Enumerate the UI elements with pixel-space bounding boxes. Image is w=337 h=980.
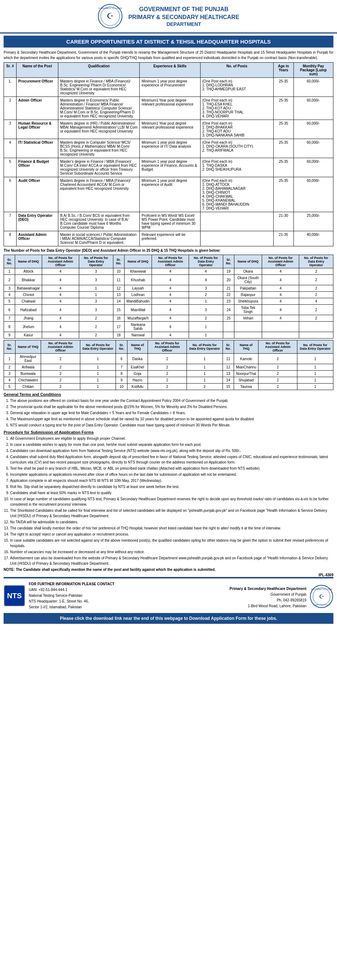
- intro-paragraph: Primary & Secondary Healthcare Departmen…: [3, 50, 334, 60]
- procedure-item-17: Advertisement can also be downloaded fro…: [10, 555, 334, 566]
- svg-text:☪: ☪: [319, 593, 324, 600]
- dhq-cell-7-8: [223, 321, 234, 332]
- dhq-cell-8-7: 1: [189, 332, 223, 339]
- age-cell: 25-35: [273, 139, 293, 158]
- sr-cell: 4: [4, 139, 17, 158]
- dhq-cell-7-2: 4: [42, 321, 79, 332]
- post-name-cell: Human Resource & Legal Officer: [16, 120, 58, 139]
- dhq-col-1-0: Sr. No.: [113, 255, 124, 268]
- footer-org: Primary & Secondary Healthcare Departmen…: [230, 586, 307, 592]
- dhq-cell-4-5: MandiBahudin: [124, 298, 152, 305]
- dhq-cell-0-3: 3: [79, 268, 113, 275]
- thq-cell-0-1: Ahmedpur East: [15, 354, 41, 364]
- procedure-item-2: In case a candidate wishes to apply for …: [10, 442, 334, 447]
- dhq-cell-7-10: [262, 321, 299, 332]
- col-posts: No. of Posts: [200, 63, 273, 78]
- thq-data-row: 4Chichawatni219Hazro2114Shujabad21: [4, 377, 334, 383]
- dhq-data-row: 1Attock4310Khanewal4419Okara42: [4, 268, 334, 275]
- dhq-cell-4-8: 23: [223, 298, 234, 305]
- dhq-cell-6-9: Vehari: [234, 315, 262, 321]
- dhq-cell-2-11: 2: [299, 285, 334, 292]
- thq-header-row: Sr. No.Name of THQNo. of Posts for Assis…: [4, 340, 334, 354]
- dhq-cell-5-10: 4: [262, 305, 299, 315]
- pay-cell: 60,000/-: [293, 120, 333, 139]
- dhq-col-2-1: Name of DHQ: [234, 255, 262, 268]
- procedure-item-6: Incomplete applications or applications …: [10, 472, 334, 477]
- table-row: 8 Assistant Admin Officer Master in soci…: [4, 231, 334, 247]
- dhq-cell-0-6: 4: [152, 268, 189, 275]
- thq-cell-4-2: 2: [41, 383, 80, 390]
- thq-col-2-0: Sr. No.: [223, 340, 234, 354]
- career-title: CAREER OPPORTUNITIES AT DISTRICT & TEHSI…: [6, 38, 331, 45]
- thq-cell-1-2: 2: [41, 364, 80, 371]
- thq-data-row: 1Ahmedpur East216Daska2111Kamoki21: [4, 354, 334, 364]
- thq-cell-4-7: 2: [186, 383, 223, 390]
- contact-org: National Testing Service-Pakistan: [29, 593, 114, 598]
- dhq-cell-6-2: 4: [42, 315, 79, 321]
- age-cell: 25-35: [273, 78, 293, 97]
- posts-cell: [200, 231, 273, 247]
- sr-cell: 3: [4, 120, 17, 139]
- dhq-col-1-2: No. of Posts for Assistant Admin Officer: [152, 255, 189, 268]
- table-row: 3 Human Resource & Legal Officer Masters…: [4, 120, 334, 139]
- dhq-cell-4-9: Sheikhupura: [234, 298, 262, 305]
- table-row: 2 Admin Officer Masters degree in Econom…: [4, 97, 334, 120]
- header-titles: GOVERNMENT OF THE PUNJAB PRIMARY & SECON…: [128, 5, 239, 27]
- dhq-cell-7-1: Jhelum: [15, 321, 42, 332]
- table-row: 5 Finance & Budget Officer Master's degr…: [4, 158, 334, 177]
- thq-cell-3-4: 9: [116, 377, 127, 383]
- dhq-cell-2-7: 3: [189, 285, 223, 292]
- svg-text:GOVERNMENT OF PUNJAB: GOVERNMENT OF PUNJAB: [99, 7, 122, 10]
- footer-right: Primary & Secondary Healthcare Departmen…: [230, 585, 334, 610]
- dhq-cell-3-6: 4: [152, 292, 189, 298]
- dhq-cell-2-3: 1: [79, 285, 113, 292]
- table-row: 6 Audit Officer Masters degree in Financ…: [4, 177, 334, 212]
- dhq-data-row: 6Hafizabad4315MianWali4324Toba Tek Singh…: [4, 305, 334, 315]
- posts-cell: (One Post each in) 1. DHQ-OKARA (SOUTH C…: [200, 139, 273, 158]
- dhq-header-row: Sr. No.Name of DHQNo. of Posts for Assis…: [4, 255, 334, 268]
- page-header: ☪ GOVERNMENT OF PUNJAB GOVERNMENT OF THE…: [0, 0, 337, 33]
- post-name-cell: Assistant Admin Officer: [16, 231, 58, 247]
- thq-cell-1-6: 2: [148, 364, 186, 371]
- sr-cell: 1.: [4, 78, 17, 97]
- footer-address: 1-Bird Wood Road, Lahore, Pakistan: [230, 603, 307, 609]
- thq-cell-1-9: MianChannu: [234, 364, 259, 371]
- contact-title: FOR FURTHER INFORMATION PLEASE CONTACT: [29, 581, 114, 587]
- dhq-cell-5-6: 4: [152, 305, 189, 315]
- thq-col-1-2: No. of Posts for Assistant Admin Officer: [148, 340, 186, 354]
- dhq-cell-8-1: Kasur: [15, 332, 42, 339]
- thq-cell-4-3: 1: [80, 383, 116, 390]
- footer: NTS FOR FURTHER INFORMATION PLEASE CONTA…: [3, 581, 334, 610]
- dhq-cell-6-0: 7: [4, 315, 15, 321]
- dhq-cell-5-8: 24: [223, 305, 234, 315]
- terms-item-2: The provincial quota shall be applicable…: [10, 404, 334, 409]
- thq-cell-4-8: 15: [223, 383, 234, 390]
- dhq-cell-4-1: Chakwal: [15, 298, 42, 305]
- footer-left: NTS FOR FURTHER INFORMATION PLEASE CONTA…: [3, 581, 114, 610]
- dhq-cell-7-3: 2: [79, 321, 113, 332]
- career-opportunities-header: CAREER OPPORTUNITIES AT DISTRICT & TEHSI…: [3, 36, 334, 48]
- qual-cell: Masters degree in Economics/ Public Admi…: [58, 97, 139, 120]
- dhq-cell-1-10: 4: [262, 275, 299, 285]
- procedure-item-9: Candidates shall have at least 50% marks…: [10, 490, 334, 496]
- thq-data-row: 2Arifwala217EsaKhel2112MianChannu21: [4, 364, 334, 371]
- pay-cell: 60,000/-: [293, 158, 333, 177]
- govt-seal: ☪ GOVERNMENT OF PUNJAB PRIMARY & SECONDA…: [310, 585, 334, 610]
- dhq-cell-5-2: 4: [42, 305, 79, 315]
- thq-cell-4-4: 10: [116, 383, 127, 390]
- dhq-col-2-0: Sr. No.: [223, 255, 234, 268]
- thq-cell-0-5: Daska: [127, 354, 148, 364]
- dhq-cell-8-2: 4: [42, 332, 79, 339]
- dhq-cell-3-2: 4: [42, 292, 79, 298]
- thq-cell-2-2: 2: [41, 371, 80, 377]
- thq-cell-3-11: 1: [297, 377, 334, 383]
- dhq-cell-7-6: 4: [152, 321, 189, 332]
- dhq-cell-6-6: 4: [152, 315, 189, 321]
- exp-cell: Minimum 1 year post degree experience of…: [140, 78, 200, 97]
- dhq-cell-3-8: 22: [223, 292, 234, 298]
- dhq-col-1-1: Name of DHQ: [124, 255, 152, 268]
- dhq-cell-8-6: 4: [152, 332, 189, 339]
- dhq-cell-3-5: Lodhran: [124, 292, 152, 298]
- download-bar[interactable]: Please click the download link near the …: [3, 613, 334, 624]
- thq-cell-2-4: 8: [116, 371, 127, 377]
